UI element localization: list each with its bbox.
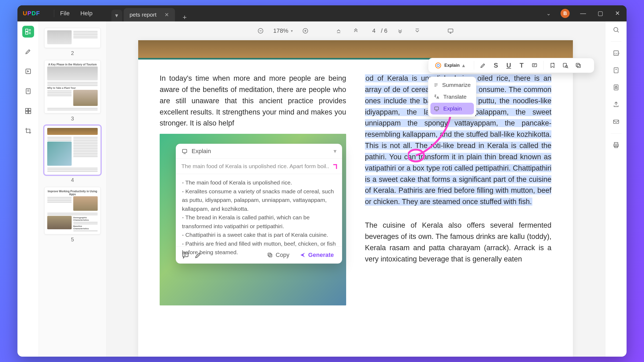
rail-crop-icon[interactable] (22, 125, 34, 137)
document-tab[interactable]: pets report ✕ (124, 8, 175, 21)
rail-thumbnails-icon[interactable] (22, 26, 34, 38)
svg-rect-20 (182, 149, 187, 153)
page-left-paragraph: In today's time when more and more peopl… (160, 73, 346, 129)
prev-page-icon[interactable] (351, 26, 360, 35)
svg-rect-14 (563, 63, 566, 67)
thumbnail-page-3[interactable]: A Key Phase in the History of Tourism Wh… (44, 60, 101, 113)
viewer-toolbar: 178%▾ / 6 (106, 24, 605, 38)
strikethrough-icon[interactable]: S (490, 60, 502, 71)
last-page-icon[interactable] (413, 26, 422, 35)
compress-icon[interactable] (612, 66, 620, 74)
ai-explain-dropdown[interactable]: Explain ▴ (431, 60, 471, 71)
dropdown-summarize[interactable]: Summarize (430, 79, 474, 91)
selection-context-toolbar: Explain ▴ S U T (428, 58, 594, 73)
svg-rect-17 (576, 63, 579, 67)
copy-button[interactable]: Copy (264, 250, 292, 260)
svg-rect-23 (268, 253, 271, 256)
thumb-number: 2 (44, 50, 101, 56)
next-page-icon[interactable] (396, 26, 405, 35)
chevron-up-icon: ▴ (462, 62, 465, 68)
svg-rect-5 (28, 108, 31, 111)
page-total: 6 (384, 27, 387, 34)
user-avatar[interactable]: B (561, 9, 570, 18)
comment-icon[interactable] (529, 60, 540, 71)
menu-file[interactable]: File (60, 10, 69, 17)
thumb-number: 3 (44, 116, 101, 122)
ai-sparkle-icon (435, 62, 442, 69)
svg-point-12 (437, 64, 440, 67)
zoom-out-icon[interactable] (256, 26, 265, 35)
ai-source-text: The main food of Kerala is unpolished ri… (176, 159, 342, 174)
print-icon[interactable] (612, 141, 620, 149)
page-right-paragraph: The cuisine of Kerala also offers severa… (365, 220, 551, 265)
email-icon[interactable] (612, 118, 620, 126)
dropdown-explain[interactable]: Explain (430, 103, 474, 114)
rail-form-icon[interactable] (22, 85, 34, 97)
app-window: UPDF File Help ▾ pets report ✕ + ⌄ B ― ▢… (17, 5, 627, 357)
svg-point-11 (436, 63, 441, 68)
titlebar-dropdown-icon[interactable]: ⌄ (546, 10, 551, 17)
search-selection-icon[interactable] (560, 60, 571, 71)
thumbnail-page-2[interactable] (44, 28, 101, 48)
protect-icon[interactable] (612, 83, 620, 91)
thumb-number: 4 (44, 177, 101, 183)
chat-icon[interactable] (181, 251, 189, 259)
app-logo: UPDF (23, 10, 40, 17)
window-close-icon[interactable]: ✕ (614, 10, 621, 17)
svg-rect-6 (25, 111, 28, 114)
svg-rect-18 (435, 107, 439, 110)
search-icon[interactable] (612, 26, 620, 34)
svg-rect-27 (614, 68, 618, 73)
page-hero-image (138, 40, 573, 60)
page-indicator: / 6 (368, 27, 387, 34)
svg-rect-7 (28, 111, 31, 114)
dropdown-translate[interactable]: Translate (430, 91, 474, 103)
zoom-in-icon[interactable] (301, 26, 310, 35)
svg-rect-22 (269, 254, 272, 257)
thumbnail-panel: 2 A Key Phase in the History of Tourism … (39, 21, 106, 357)
rail-organize-icon[interactable] (22, 105, 34, 117)
explain-panel-icon (181, 148, 188, 154)
right-tool-rail: OCR (605, 21, 627, 357)
document-viewer: 178%▾ / 6 In today's ti (106, 21, 605, 357)
copy-selection-icon[interactable] (573, 60, 584, 71)
page-current-input[interactable] (368, 27, 379, 34)
menu-help[interactable]: Help (80, 10, 92, 17)
svg-rect-10 (448, 29, 453, 32)
titlebar: UPDF File Help ▾ pets report ✕ + ⌄ B ― ▢… (17, 5, 627, 21)
rail-edit-icon[interactable] (22, 65, 34, 77)
svg-rect-21 (183, 253, 188, 257)
new-tab-button[interactable]: + (179, 13, 191, 21)
svg-rect-29 (615, 87, 617, 88)
svg-rect-16 (577, 64, 580, 68)
window-maximize-icon[interactable]: ▢ (597, 10, 604, 17)
underline-icon[interactable]: U (503, 60, 514, 71)
highlight-result-icon[interactable] (194, 251, 202, 259)
rail-highlight-icon[interactable] (22, 46, 34, 57)
presentation-icon[interactable] (446, 26, 455, 35)
svg-point-24 (614, 27, 618, 31)
thumbnail-page-5[interactable]: Improve Working Productivity in Using Ap… (44, 187, 101, 234)
first-page-icon[interactable] (334, 26, 343, 35)
share-icon[interactable] (612, 101, 620, 109)
text-format-icon[interactable]: T (516, 60, 527, 71)
ai-explain-panel: Explain ▾ The main food of Kerala is unp… (176, 144, 342, 264)
ocr-icon[interactable]: OCR (612, 49, 620, 57)
generate-button[interactable]: Generate (297, 250, 336, 260)
svg-rect-13 (532, 64, 537, 67)
window-minimize-icon[interactable]: ― (579, 10, 587, 17)
tab-close-icon[interactable]: ✕ (164, 12, 169, 18)
svg-rect-30 (613, 120, 619, 124)
svg-text:OCR: OCR (614, 52, 620, 55)
left-tool-rail (17, 21, 39, 357)
ai-action-dropdown: Summarize Translate Explain (428, 77, 476, 117)
zoom-value-dropdown[interactable]: 178%▾ (273, 27, 293, 34)
bookmark-icon[interactable] (547, 60, 558, 71)
svg-rect-4 (25, 108, 28, 111)
ai-response-body: - The main food of Kerala is unpolished … (176, 174, 342, 246)
ai-panel-collapse-icon[interactable]: ▾ (334, 148, 336, 155)
tab-list-dropdown[interactable]: ▾ (111, 10, 122, 21)
thumbnail-page-4[interactable] (44, 125, 101, 175)
highlight-color-icon[interactable] (477, 60, 489, 71)
tab-title: pets report (130, 12, 156, 18)
